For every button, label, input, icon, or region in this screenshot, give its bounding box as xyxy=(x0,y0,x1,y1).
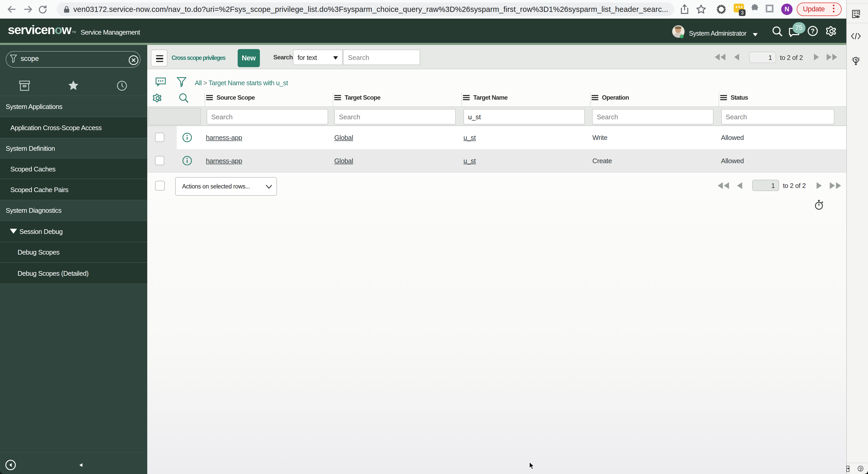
svg-text:?: ? xyxy=(810,27,814,35)
